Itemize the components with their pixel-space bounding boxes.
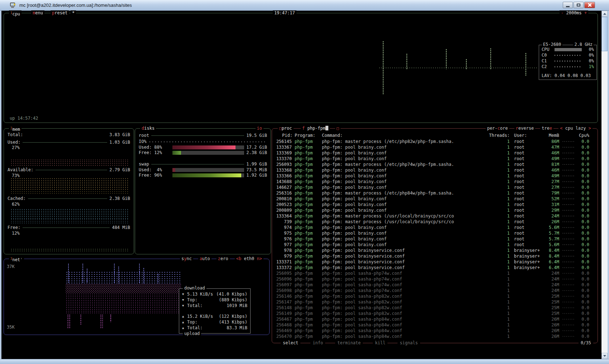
cell-user: brainyser+ (510, 248, 546, 253)
process-row[interactable]: 133369php-fpmphp-fpm: pool brainy.conf1r… (272, 150, 597, 156)
cell-thr: 1 (470, 300, 510, 305)
process-row[interactable]: 978php-fpmphp-fpm: pool brainyservice.co… (272, 248, 597, 253)
cell-cpu: 0.0 (578, 191, 589, 196)
cell-thr: 1 (470, 150, 510, 156)
process-row[interactable]: 133364php-fpmphp-fpm: master process (/u… (272, 213, 597, 219)
process-row[interactable]: 133372php-fpmphp-fpm: pool brainyservice… (272, 265, 597, 270)
cpu-sparkline (559, 313, 578, 315)
tree-toggle[interactable]: tree (540, 126, 553, 131)
process-row[interactable]: 977php-fpmphp-fpm: pool brainy.conf1root… (272, 242, 597, 248)
process-row[interactable]: 143688php-fpmphp-fpm: pool brainy.conf1r… (272, 179, 597, 185)
process-row[interactable]: 256149php-fpmphp-fpm: pool sasha-php82w.… (272, 311, 597, 316)
cell-cmd: php-fpm: pool brainy.conf (320, 242, 470, 248)
scrollbar[interactable] (601, 11, 608, 359)
col-cpu[interactable]: Cpu% (578, 133, 589, 138)
process-table: 256145php-fpmphp-fpm: master process (/e… (272, 139, 597, 339)
col-pid[interactable]: Pid: (275, 133, 292, 138)
arrow-up-icon (603, 13, 606, 15)
cell-thr: 1 (470, 322, 510, 328)
col-user[interactable]: User: (510, 133, 546, 138)
col-threads[interactable]: Threads: (470, 133, 510, 138)
col-mem[interactable]: MemB (546, 133, 559, 138)
preset-button[interactable]: preset (51, 10, 69, 16)
process-row[interactable]: 256145php-fpmphp-fpm: master process (/e… (272, 139, 597, 144)
cell-user: root (510, 202, 546, 207)
process-row[interactable]: 256468php-fpmphp-fpm: pool sasha-php84w.… (272, 322, 597, 328)
cell-mem: 26M (546, 317, 559, 322)
reverse-toggle[interactable]: reverse (514, 126, 536, 131)
tab-net[interactable]: 3net' (9, 256, 24, 263)
process-row[interactable]: 256098php-fpmphp-fpm: pool sasha-php74w.… (272, 288, 597, 293)
process-row[interactable]: 256316php-fpmphp-fpm: master process (/e… (272, 190, 597, 196)
process-row[interactable]: 975php-fpmphp-fpm: pool brainy.conf1root… (272, 230, 597, 236)
cell-thr: 1 (470, 168, 510, 173)
auto-toggle[interactable]: auto (198, 256, 211, 262)
disk-root-io-row: IO% (139, 139, 267, 144)
process-row[interactable]: 974php-fpmphp-fpm: pool brainy.conf1root… (272, 225, 597, 230)
zero-toggle[interactable]: zero (217, 256, 230, 262)
scroll-up-button[interactable] (601, 11, 608, 17)
process-row[interactable]: 979php-fpmphp-fpm: pool brainyservice.co… (272, 253, 597, 259)
interval-plus-button[interactable]: + (584, 10, 587, 15)
cell-thr: 1 (470, 305, 510, 311)
process-filter-input[interactable]: f php-fpm (301, 126, 330, 131)
minimize-button[interactable] (563, 2, 573, 8)
process-row[interactable]: 256146php-fpmphp-fpm: pool sasha-php82w.… (272, 293, 597, 299)
info-action[interactable]: info (310, 340, 325, 346)
mem-used-pct: 27% (12, 145, 20, 150)
window-titlebar[interactable]: mc [root@a202.itdeveloper.com.ua]:/home/… (0, 0, 609, 11)
core-sparkline (555, 61, 582, 62)
interval-control[interactable]: - 2000ms + (560, 10, 588, 16)
cell-pid: 256470 (275, 334, 292, 339)
tab-disks[interactable]: disks (140, 126, 156, 131)
process-row[interactable]: 200523php-fpmphp-fpm: pool brainy.conf1r… (272, 202, 597, 207)
scroll-down-button[interactable] (601, 353, 608, 359)
down-arrow-icon: ▼ (182, 297, 187, 303)
kill-action[interactable]: kill (373, 340, 387, 346)
tab-cpu[interactable]: 1cpu (9, 10, 22, 17)
cpu-sparkline (559, 278, 578, 280)
menu-button[interactable]: menu (31, 10, 44, 16)
sort-selector[interactable]: < cpu lazy > (558, 126, 593, 131)
process-row[interactable]: 256469php-fpmphp-fpm: pool sasha-php84w.… (272, 328, 597, 334)
process-row[interactable]: 133370php-fpmphp-fpm: pool brainy.conf1r… (272, 156, 597, 162)
process-row[interactable]: 256470php-fpmphp-fpm: pool sasha-php84w.… (272, 334, 597, 339)
cell-pid: 256149 (275, 311, 292, 316)
tab-mem[interactable]: 2mem (9, 126, 22, 132)
maximize-button[interactable] (574, 2, 584, 8)
process-row[interactable]: 976php-fpmphp-fpm: pool brainy.conf1root… (272, 236, 597, 242)
process-row[interactable]: 256147php-fpmphp-fpm: pool sasha-php82w.… (272, 299, 597, 305)
terminate-action[interactable]: terminate (335, 340, 363, 346)
cell-thr: 1 (470, 259, 510, 265)
cpu-sparkline (559, 255, 578, 257)
signals-action[interactable]: signals (398, 340, 420, 346)
scrollbar-thumb[interactable] (601, 17, 608, 51)
tab-proc[interactable]: □proc (278, 126, 294, 131)
sync-toggle[interactable]: sync (180, 256, 193, 262)
process-row[interactable]: 200809php-fpmphp-fpm: pool brainy.conf1r… (272, 207, 597, 213)
process-row[interactable]: 256148php-fpmphp-fpm: pool sasha-php82w.… (272, 305, 597, 311)
process-row[interactable]: 133371php-fpmphp-fpm: pool brainyservice… (272, 259, 597, 265)
process-row[interactable]: 133368php-fpmphp-fpm: pool brainy.conf1r… (272, 167, 597, 173)
process-row[interactable]: 256093php-fpmphp-fpm: master process (/e… (272, 162, 597, 167)
process-row[interactable]: 200810php-fpmphp-fpm: pool brainy.conf1r… (272, 196, 597, 202)
col-command[interactable]: Command: (320, 133, 470, 138)
process-row[interactable]: 133367php-fpmphp-fpm: pool brainy.conf1r… (272, 144, 597, 150)
process-row[interactable]: 256467php-fpmphp-fpm: pool sasha-php84w.… (272, 316, 597, 322)
process-row[interactable]: 146627php-fpmphp-fpm: pool brainy.conf1r… (272, 185, 597, 190)
process-row[interactable]: 133366php-fpmphp-fpm: pool brainy.conf1r… (272, 173, 597, 179)
cell-mem: 8.4M (546, 248, 559, 253)
swap-free-bar (172, 173, 244, 177)
process-row[interactable]: 256096php-fpmphp-fpm: pool sasha-php74w.… (272, 276, 597, 282)
col-program[interactable]: Program: (292, 133, 320, 138)
select-action[interactable]: select (281, 340, 300, 346)
per-core-toggle[interactable]: per-core (486, 126, 509, 131)
process-row[interactable]: 256095php-fpmphp-fpm: pool sasha-php74w.… (272, 270, 597, 276)
process-row[interactable]: 256097php-fpmphp-fpm: pool sasha-php74w.… (272, 282, 597, 288)
cell-cmd: php-fpm: pool sasha-php82w.conf (320, 311, 470, 316)
close-button[interactable] (584, 2, 595, 8)
tab-io[interactable]: io (256, 126, 263, 131)
process-row[interactable]: 739php-fpmphp-fpm: master process (/usr/… (272, 219, 597, 225)
cell-cpu: 0.0 (578, 185, 589, 190)
interface-selector[interactable]: <b eth0 n> (235, 256, 263, 262)
